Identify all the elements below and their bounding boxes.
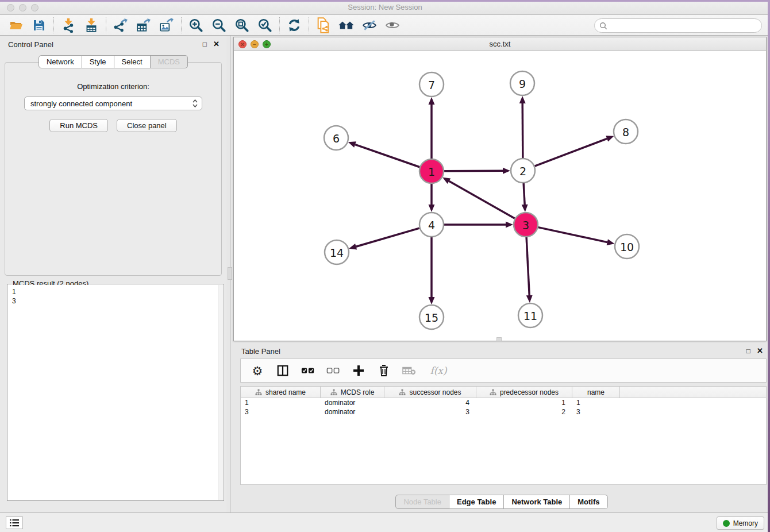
import-table-button[interactable] — [80, 16, 103, 34]
panel-splitter[interactable] — [226, 36, 233, 512]
graph-edge-arrowhead — [526, 295, 533, 303]
search-box[interactable] — [594, 18, 762, 33]
open-session-button[interactable] — [5, 16, 28, 34]
close-panel-icon[interactable]: ✕ — [213, 40, 220, 48]
float-panel-icon[interactable]: □ — [203, 40, 207, 48]
tab-select[interactable]: Select — [114, 55, 151, 68]
show-all-button[interactable] — [381, 16, 404, 34]
tree-icon — [255, 389, 262, 396]
hide-selected-button[interactable] — [358, 16, 381, 34]
tab-network-table[interactable]: Network Table — [504, 495, 570, 509]
export-network-button[interactable] — [109, 16, 132, 34]
close-table-panel-icon[interactable]: ✕ — [757, 346, 763, 355]
export-image-button[interactable] — [155, 16, 178, 34]
graph-node-label: 4 — [428, 219, 435, 232]
show-column-button[interactable] — [275, 363, 290, 379]
import-table-icon — [84, 18, 99, 33]
column-header-shared-name[interactable]: shared name — [241, 387, 321, 398]
first-neighbors-button[interactable] — [335, 16, 358, 34]
network-graph: 1234678910111415 — [234, 51, 766, 341]
table-panel-title: Table Panel — [241, 347, 280, 356]
function-builder-button[interactable]: f(x) — [427, 363, 450, 379]
graph-edge-3-10[interactable] — [538, 228, 607, 242]
table-row[interactable]: 1 dominator 4 1 1 — [241, 398, 766, 407]
graph-node-label: 9 — [519, 78, 526, 90]
memory-button[interactable]: Memory — [717, 516, 764, 530]
new-network-from-selection-button[interactable] — [312, 16, 335, 34]
search-input[interactable] — [610, 21, 761, 30]
delete-table-button[interactable] — [402, 363, 417, 379]
main-toolbar — [0, 15, 770, 36]
search-icon — [599, 22, 607, 30]
graph-edge-2-8[interactable] — [535, 138, 607, 166]
zoom-fit-button[interactable] — [230, 16, 253, 34]
graph-edge-arrowhead — [607, 239, 615, 245]
graph-node-label: 6 — [333, 132, 340, 145]
zoom-in-button[interactable] — [184, 16, 207, 34]
tab-network[interactable]: Network — [38, 55, 82, 68]
screen-edge-top — [0, 0, 770, 2]
save-session-button[interactable] — [28, 16, 51, 34]
tab-node-table[interactable]: Node Table — [395, 495, 449, 509]
graph-edge-arrowhead — [506, 222, 513, 228]
graph-edge-3-1[interactable] — [449, 181, 514, 218]
graph-edge-arrowhead — [519, 96, 526, 103]
import-network-button[interactable] — [57, 16, 80, 34]
workspace-area: ✕ − + scc.txt 1234678910111415 Table Pan… — [233, 36, 770, 512]
result-line: 1 — [12, 287, 217, 296]
apply-layout-button[interactable] — [283, 16, 306, 34]
tab-edge-table[interactable]: Edge Table — [449, 495, 504, 509]
graph-edge-arrowhead — [429, 97, 435, 105]
zoom-out-button[interactable] — [207, 16, 230, 34]
select-all-button[interactable] — [301, 363, 315, 379]
task-history-button[interactable] — [6, 516, 23, 529]
float-table-panel-icon[interactable]: □ — [746, 347, 750, 355]
table-row[interactable]: 3 dominator 3 2 3 — [241, 407, 766, 417]
tab-mcds[interactable]: MCDS — [151, 55, 188, 68]
column-header-name[interactable]: name — [572, 387, 620, 398]
list-icon — [9, 518, 20, 527]
graph-edge-1-6[interactable] — [355, 145, 419, 167]
table-toolbar: ⚙ — [240, 358, 767, 383]
run-mcds-button[interactable]: Run MCDS — [49, 119, 108, 132]
memory-status-icon — [723, 520, 730, 527]
graph-edge-3-11[interactable] — [526, 237, 529, 295]
graph-edge-arrowhead — [503, 168, 510, 174]
close-panel-button[interactable]: Close panel — [117, 119, 177, 132]
save-floppy-icon — [32, 18, 46, 32]
network-table-splitter[interactable] — [496, 337, 502, 341]
export-table-button[interactable] — [132, 16, 155, 34]
graph-edge-1-2[interactable] — [444, 171, 503, 171]
add-column-button[interactable] — [351, 363, 366, 379]
column-header-predecessor-nodes[interactable]: predecessor nodes — [476, 387, 572, 398]
houses-icon — [338, 18, 355, 33]
deselect-all-button[interactable] — [326, 363, 341, 379]
table-settings-button[interactable]: ⚙ — [250, 363, 265, 379]
criterion-select[interactable]: strongly connected component — [24, 97, 202, 110]
function-icon: f(x) — [430, 365, 446, 376]
splitter-grip[interactable] — [228, 267, 232, 280]
tab-motifs[interactable]: Motifs — [570, 495, 607, 509]
graph-node-label: 10 — [620, 241, 634, 253]
graph-node-label: 15 — [425, 311, 438, 324]
tree-icon — [399, 389, 406, 396]
result-scrollbar[interactable] — [218, 285, 223, 500]
optimization-criterion-label: Optimization criterion: — [5, 82, 221, 91]
delete-column-button[interactable] — [376, 363, 391, 379]
zoom-selected-button[interactable] — [253, 16, 276, 34]
column-header-mcds-role[interactable]: MCDS role — [321, 387, 384, 398]
graph-node-label: 3 — [522, 219, 529, 232]
graph-edge-4-14[interactable] — [356, 228, 419, 246]
graph-node-label: 7 — [428, 79, 435, 91]
network-window-titlebar[interactable]: ✕ − + scc.txt — [234, 37, 766, 51]
toolbar-separator — [106, 17, 106, 33]
zoom-fit-icon — [234, 18, 249, 33]
graph-edge-2-3[interactable] — [523, 183, 525, 205]
mcds-result-text[interactable]: 1 3 — [8, 285, 217, 500]
mcds-result-box: MCDS result (2 nodes) 1 3 — [7, 284, 224, 501]
copy-network-icon — [315, 17, 332, 33]
graph-edge-2-9[interactable] — [522, 103, 523, 158]
column-header-successor-nodes[interactable]: successor nodes — [384, 387, 476, 398]
tab-style[interactable]: Style — [82, 55, 114, 68]
network-canvas[interactable]: 1234678910111415 — [234, 51, 766, 341]
